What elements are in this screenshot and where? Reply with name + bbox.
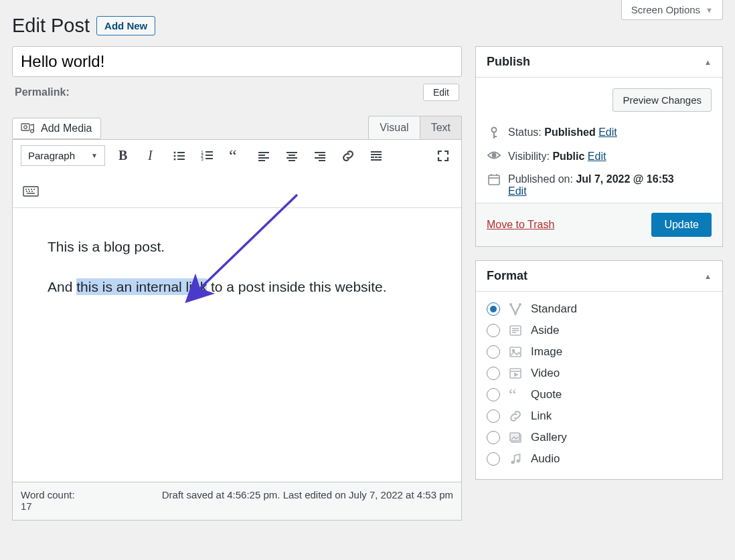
svg-rect-61	[510, 347, 521, 357]
bulleted-list-button[interactable]	[169, 146, 189, 166]
svg-rect-34	[378, 157, 382, 158]
add-new-button[interactable]: Add New	[96, 16, 155, 35]
editor-content[interactable]: This is a blog post. And this is an inte…	[12, 208, 462, 482]
format-option-label: Link	[531, 409, 552, 423]
svg-rect-32	[371, 157, 374, 158]
fullscreen-button[interactable]	[433, 146, 453, 166]
content-paragraph: And this is an internal link to a post i…	[48, 276, 426, 298]
add-media-label: Add Media	[41, 122, 92, 134]
svg-rect-18	[258, 152, 269, 153]
svg-point-54	[509, 303, 512, 306]
status-edit-link[interactable]: Edit	[598, 126, 617, 138]
radio-button[interactable]	[487, 345, 500, 359]
format-option-label: Aside	[531, 324, 560, 337]
svg-text:“: “	[509, 388, 517, 401]
svg-rect-36	[23, 187, 38, 196]
svg-rect-6	[177, 152, 185, 153]
svg-rect-27	[319, 155, 325, 156]
post-title-input[interactable]	[12, 46, 462, 77]
svg-rect-30	[371, 151, 382, 153]
italic-button[interactable]: I	[141, 146, 161, 166]
tab-visual[interactable]: Visual	[368, 116, 420, 139]
radio-button[interactable]	[487, 367, 500, 380]
format-option-label: Quote	[531, 388, 562, 401]
svg-rect-31	[371, 154, 382, 155]
preview-changes-button[interactable]: Preview Changes	[612, 88, 712, 112]
page-title: Edit Post	[12, 15, 90, 37]
word-count-value: 17	[21, 500, 75, 512]
status-label: Status:	[508, 126, 544, 138]
editor-toolbar: Paragraph ▼ B I 123 “	[12, 139, 462, 208]
format-option-label: Audio	[531, 452, 560, 466]
radio-button[interactable]	[487, 431, 500, 444]
chevron-up-icon: ▲	[704, 272, 712, 280]
radio-button[interactable]	[487, 302, 500, 316]
svg-rect-0	[21, 124, 29, 130]
gallery-format-icon	[508, 431, 523, 444]
svg-rect-47	[493, 132, 495, 138]
blockquote-button[interactable]: “	[226, 146, 246, 166]
permalink-label: Permalink:	[15, 86, 70, 98]
insert-link-button[interactable]	[338, 146, 358, 166]
standard-format-icon	[508, 302, 523, 316]
published-on-value: Jul 7, 2022 @ 16:53	[576, 173, 673, 185]
image-format-icon	[508, 345, 523, 359]
move-to-trash-link[interactable]: Move to Trash	[487, 219, 554, 231]
status-value: Published	[544, 126, 595, 138]
keyboard-toggle-button[interactable]	[21, 182, 41, 202]
format-option-link[interactable]: Link	[487, 405, 712, 427]
svg-rect-25	[289, 160, 295, 161]
align-right-button[interactable]	[310, 146, 330, 166]
radio-button[interactable]	[487, 388, 500, 401]
radio-button[interactable]	[487, 452, 500, 466]
add-media-button[interactable]: Add Media	[12, 118, 101, 139]
svg-rect-48	[493, 136, 497, 137]
svg-point-5	[173, 151, 175, 153]
svg-rect-29	[319, 160, 325, 161]
permalink-edit-button[interactable]: Edit	[423, 84, 459, 101]
format-option-aside[interactable]: Aside	[487, 320, 712, 341]
svg-rect-12	[206, 151, 213, 153]
svg-point-56	[514, 312, 517, 315]
publish-panel: Publish ▲ Preview Changes Status: Publis…	[475, 46, 723, 247]
save-status-text: Draft saved at 4:56:25 pm. Last edited o…	[162, 489, 453, 512]
content-paragraph: This is a blog post.	[48, 236, 426, 258]
format-option-audio[interactable]: Audio	[487, 448, 712, 470]
visibility-value: Public	[552, 151, 584, 162]
svg-rect-22	[287, 152, 297, 153]
update-button[interactable]: Update	[651, 213, 712, 237]
svg-rect-23	[289, 155, 295, 156]
tab-text[interactable]: Text	[420, 116, 462, 139]
align-left-button[interactable]	[254, 146, 274, 166]
svg-rect-16	[206, 158, 213, 159]
format-option-label: Standard	[531, 302, 577, 316]
format-option-standard[interactable]: Standard	[487, 298, 712, 320]
publish-panel-header[interactable]: Publish ▲	[476, 47, 722, 78]
published-edit-link[interactable]: Edit	[508, 185, 527, 197]
radio-button[interactable]	[487, 409, 500, 423]
format-option-gallery[interactable]: Gallery	[487, 427, 712, 448]
visibility-edit-link[interactable]: Edit	[588, 151, 606, 162]
format-panel-title: Format	[487, 269, 527, 283]
publish-panel-title: Publish	[487, 55, 530, 69]
numbered-list-button[interactable]: 123	[197, 146, 218, 166]
format-panel-header[interactable]: Format ▲	[476, 261, 722, 292]
format-panel: Format ▲ StandardAsideImageVideo“QuoteLi…	[475, 260, 723, 480]
align-center-button[interactable]	[282, 146, 302, 166]
insert-more-button[interactable]	[366, 146, 386, 166]
format-option-video[interactable]: Video	[487, 363, 712, 384]
video-format-icon	[508, 367, 523, 380]
format-option-quote[interactable]: “Quote	[487, 384, 712, 405]
bold-button[interactable]: B	[113, 146, 133, 166]
svg-rect-50	[489, 175, 499, 185]
chevron-down-icon: ▼	[706, 6, 713, 14]
format-option-image[interactable]: Image	[487, 341, 712, 363]
svg-rect-24	[287, 157, 297, 159]
format-dropdown-label: Paragraph	[28, 150, 75, 161]
audio-format-icon	[508, 452, 523, 466]
format-option-label: Image	[531, 345, 562, 359]
svg-point-9	[173, 158, 175, 160]
radio-button[interactable]	[487, 324, 500, 337]
format-dropdown[interactable]: Paragraph ▼	[21, 145, 105, 166]
screen-options-toggle[interactable]: Screen Options ▼	[621, 0, 723, 20]
